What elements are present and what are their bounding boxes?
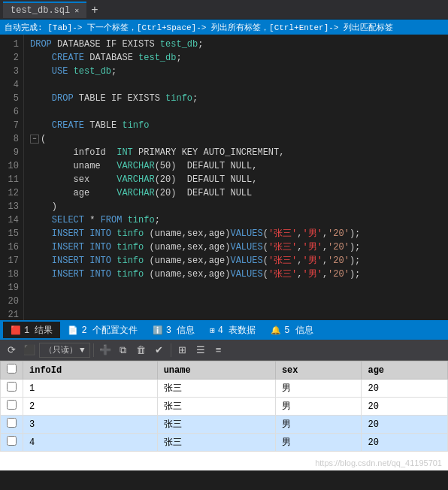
code-token: TABLE [84, 119, 122, 132]
new-tab-button[interactable]: + [86, 2, 102, 18]
table-cell-sex-3: 男 [275, 434, 362, 452]
code-token: '男' [303, 227, 322, 240]
row-checkbox-2[interactable] [7, 418, 17, 428]
line-number-18: 18 [6, 268, 19, 281]
code-token: INSERT [30, 227, 84, 240]
code-token: ); [350, 227, 360, 240]
fold-btn-8[interactable]: − [30, 135, 39, 144]
result-tab-icon-4: ⊞ [210, 325, 215, 335]
table-cell-infoId-3: 4 [23, 434, 158, 452]
table-cell-infoId-1: 2 [23, 398, 158, 416]
line-number-3: 3 [6, 65, 19, 78]
table-row[interactable]: 2张三男20 [1, 398, 448, 416]
toolbar-readonly-dropdown[interactable]: （只读） ▼ [39, 343, 90, 358]
table-row[interactable]: 3张三男20 [1, 416, 448, 434]
code-token: uname [30, 159, 117, 173]
line-number-13: 13 [6, 200, 19, 213]
code-token [111, 254, 117, 268]
line-number-6: 6 [6, 105, 19, 119]
code-token: PRIMARY KEY AUTO_INCREMENT, [133, 146, 285, 159]
line-number-14: 14 [6, 213, 19, 227]
toolbar-grid-view-btn[interactable]: ⊞ [174, 342, 191, 358]
toolbar-stop-btn[interactable]: ⬛ [21, 342, 38, 358]
code-token: SELECT [30, 213, 84, 227]
code-token: tinfo [117, 240, 144, 254]
line-number-4: 4 [6, 78, 19, 92]
code-token: tinfo [128, 213, 155, 227]
result-tab-label-3: 3 信息 [166, 324, 195, 337]
toolbar-separator-1 [93, 343, 94, 357]
code-token: VARCHAR [117, 186, 154, 200]
code-token: VALUES [230, 268, 262, 281]
table-cell-infoId-0: 1 [23, 380, 158, 398]
code-line-13: ) [30, 200, 442, 213]
code-token: tinfo [117, 254, 144, 268]
toolbar-copy-row-btn[interactable]: ⧉ [115, 342, 132, 358]
code-line-7: CREATE TABLE tinfo [30, 119, 442, 132]
select-all-checkbox[interactable] [7, 364, 17, 374]
line-numbers: 1234567891011121314151617181920212223242… [0, 35, 24, 320]
result-tab-icon-2: 📄 [68, 325, 78, 335]
row-checkbox-1[interactable] [7, 400, 17, 410]
row-checkbox-3[interactable] [7, 436, 17, 446]
code-token [84, 254, 89, 268]
code-token: '张三' [268, 268, 297, 281]
code-editor[interactable]: 1234567891011121314151617181920212223242… [0, 35, 448, 320]
result-tab-4[interactable]: ⊞4 表数据 [202, 322, 263, 338]
data-table-area[interactable]: infoIdunamesexage 1张三男202张三男203张三男204张三男… [0, 361, 448, 470]
table-col-header-2: uname [157, 361, 275, 380]
tab-test-db-sql[interactable]: test_db.sql ✕ [3, 2, 86, 18]
result-tab-label-5: 5 信息 [284, 324, 313, 337]
toolbar-refresh-btn[interactable]: ⟳ [3, 342, 20, 358]
code-line-2: CREATE DATABASE test_db; [30, 51, 442, 65]
code-token: (uname,sex,age) [144, 240, 230, 254]
line-number-21: 21 [6, 308, 19, 320]
result-tab-label-1: 1 结果 [24, 324, 53, 337]
result-tab-5[interactable]: 🔔5 信息 [263, 322, 320, 338]
table-row[interactable]: 1张三男20 [1, 380, 448, 398]
line-number-20: 20 [6, 295, 19, 308]
line-number-9: 9 [6, 146, 19, 159]
code-token [111, 268, 117, 281]
line-number-8: 8 [6, 132, 19, 146]
code-token: ( [263, 227, 268, 240]
table-cell-uname-0: 张三 [157, 380, 275, 398]
result-tab-1[interactable]: 🟥1 结果 [3, 322, 60, 338]
code-token [111, 240, 117, 254]
code-line-12: age VARCHAR(20) DEFAULT NULL [30, 186, 442, 200]
table-col-header-4: age [362, 361, 448, 380]
code-content[interactable]: DROP DATABASE IF EXISTS test_db; CREATE … [24, 35, 448, 320]
result-toolbar: ⟳ ⬛ （只读） ▼ ➕ ⧉ 🗑 ✔ ⊞ ☰ ≡ [0, 340, 448, 361]
code-token: INSERT [30, 268, 84, 281]
code-token: ; [198, 38, 203, 51]
code-token: CREATE [30, 51, 84, 65]
tab-close-icon[interactable]: ✕ [74, 6, 79, 15]
toolbar-apply-btn[interactable]: ✔ [151, 342, 168, 358]
result-tab-2[interactable]: 📄2 个配置文件 [60, 322, 144, 338]
line-number-1: 1 [6, 38, 19, 51]
toolbar-form-view-btn[interactable]: ☰ [192, 342, 209, 358]
code-token: USE [30, 65, 68, 78]
line-number-16: 16 [6, 240, 19, 254]
code-token: ) [30, 200, 57, 213]
code-token: '20' [328, 240, 350, 254]
code-token: VALUES [230, 240, 262, 254]
toolbar-delete-row-btn[interactable]: 🗑 [133, 342, 150, 358]
code-token: ( [41, 132, 46, 146]
table-cell-age-2: 20 [362, 416, 448, 434]
code-line-15: INSERT INTO tinfo (uname,sex,age)VALUES(… [30, 227, 442, 240]
code-token: tinfo [165, 92, 192, 105]
result-tab-3[interactable]: ℹ️3 信息 [145, 322, 202, 338]
hint-text: 自动完成: [Tab]-> 下一个标签，[Ctrl+Space]-> 列出所有标… [5, 22, 393, 33]
table-col-header-1: infoId [23, 361, 158, 380]
table-row[interactable]: 4张三男20 [1, 434, 448, 452]
table-cell-age-1: 20 [362, 398, 448, 416]
row-checkbox-0[interactable] [7, 382, 17, 392]
table-cell-uname-2: 张三 [157, 416, 275, 434]
code-token: INSERT [30, 240, 84, 254]
code-token: tinfo [122, 119, 149, 132]
table-cell-age-0: 20 [362, 380, 448, 398]
toolbar-add-row-btn[interactable]: ➕ [97, 342, 114, 358]
code-token: '张三' [268, 227, 297, 240]
toolbar-text-view-btn[interactable]: ≡ [210, 342, 227, 358]
